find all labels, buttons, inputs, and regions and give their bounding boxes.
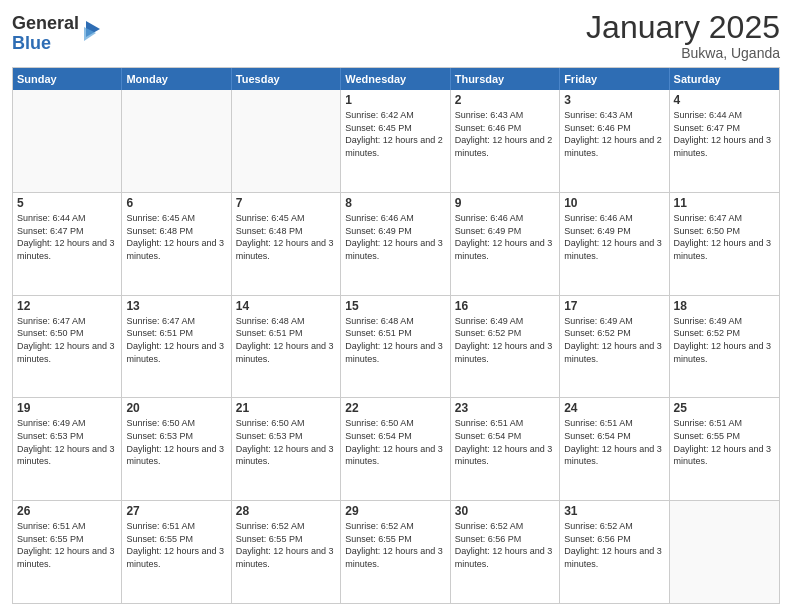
calendar-cell: 12Sunrise: 6:47 AM Sunset: 6:50 PM Dayli…: [13, 296, 122, 398]
header-wednesday: Wednesday: [341, 68, 450, 90]
calendar-cell: 4Sunrise: 6:44 AM Sunset: 6:47 PM Daylig…: [670, 90, 779, 192]
day-number: 13: [126, 299, 226, 313]
calendar-cell: 15Sunrise: 6:48 AM Sunset: 6:51 PM Dayli…: [341, 296, 450, 398]
calendar-cell: 11Sunrise: 6:47 AM Sunset: 6:50 PM Dayli…: [670, 193, 779, 295]
day-number: 9: [455, 196, 555, 210]
logo-general: General: [12, 14, 79, 34]
logo-icon: [82, 19, 102, 45]
calendar-cell: [670, 501, 779, 603]
calendar-cell: 21Sunrise: 6:50 AM Sunset: 6:53 PM Dayli…: [232, 398, 341, 500]
cell-details: Sunrise: 6:44 AM Sunset: 6:47 PM Dayligh…: [17, 212, 117, 262]
header-friday: Friday: [560, 68, 669, 90]
calendar-cell: 14Sunrise: 6:48 AM Sunset: 6:51 PM Dayli…: [232, 296, 341, 398]
title-block: January 2025 Bukwa, Uganda: [586, 10, 780, 61]
calendar-cell: 5Sunrise: 6:44 AM Sunset: 6:47 PM Daylig…: [13, 193, 122, 295]
day-number: 15: [345, 299, 445, 313]
day-number: 26: [17, 504, 117, 518]
cell-details: Sunrise: 6:49 AM Sunset: 6:52 PM Dayligh…: [564, 315, 664, 365]
calendar-body: 1Sunrise: 6:42 AM Sunset: 6:45 PM Daylig…: [13, 90, 779, 603]
day-number: 1: [345, 93, 445, 107]
day-number: 23: [455, 401, 555, 415]
day-number: 20: [126, 401, 226, 415]
calendar-cell: [13, 90, 122, 192]
logo-text: General Blue: [12, 14, 79, 54]
calendar-cell: 8Sunrise: 6:46 AM Sunset: 6:49 PM Daylig…: [341, 193, 450, 295]
calendar-cell: 18Sunrise: 6:49 AM Sunset: 6:52 PM Dayli…: [670, 296, 779, 398]
calendar-cell: 31Sunrise: 6:52 AM Sunset: 6:56 PM Dayli…: [560, 501, 669, 603]
calendar-cell: 7Sunrise: 6:45 AM Sunset: 6:48 PM Daylig…: [232, 193, 341, 295]
header-sunday: Sunday: [13, 68, 122, 90]
cell-details: Sunrise: 6:51 AM Sunset: 6:55 PM Dayligh…: [126, 520, 226, 570]
cell-details: Sunrise: 6:50 AM Sunset: 6:54 PM Dayligh…: [345, 417, 445, 467]
day-number: 17: [564, 299, 664, 313]
calendar-cell: [232, 90, 341, 192]
cell-details: Sunrise: 6:51 AM Sunset: 6:55 PM Dayligh…: [674, 417, 775, 467]
day-number: 5: [17, 196, 117, 210]
calendar-cell: 9Sunrise: 6:46 AM Sunset: 6:49 PM Daylig…: [451, 193, 560, 295]
calendar-cell: 2Sunrise: 6:43 AM Sunset: 6:46 PM Daylig…: [451, 90, 560, 192]
day-number: 22: [345, 401, 445, 415]
day-number: 19: [17, 401, 117, 415]
cell-details: Sunrise: 6:51 AM Sunset: 6:54 PM Dayligh…: [564, 417, 664, 467]
day-number: 29: [345, 504, 445, 518]
cell-details: Sunrise: 6:46 AM Sunset: 6:49 PM Dayligh…: [455, 212, 555, 262]
day-number: 18: [674, 299, 775, 313]
calendar-cell: 13Sunrise: 6:47 AM Sunset: 6:51 PM Dayli…: [122, 296, 231, 398]
calendar-row-1: 5Sunrise: 6:44 AM Sunset: 6:47 PM Daylig…: [13, 193, 779, 296]
page-header: General Blue January 2025 Bukwa, Uganda: [12, 10, 780, 61]
day-number: 2: [455, 93, 555, 107]
day-number: 28: [236, 504, 336, 518]
calendar-cell: 19Sunrise: 6:49 AM Sunset: 6:53 PM Dayli…: [13, 398, 122, 500]
day-number: 10: [564, 196, 664, 210]
cell-details: Sunrise: 6:47 AM Sunset: 6:51 PM Dayligh…: [126, 315, 226, 365]
calendar-header: Sunday Monday Tuesday Wednesday Thursday…: [13, 68, 779, 90]
page-container: General Blue January 2025 Bukwa, Uganda …: [0, 0, 792, 612]
day-number: 14: [236, 299, 336, 313]
header-saturday: Saturday: [670, 68, 779, 90]
cell-details: Sunrise: 6:47 AM Sunset: 6:50 PM Dayligh…: [674, 212, 775, 262]
cell-details: Sunrise: 6:52 AM Sunset: 6:56 PM Dayligh…: [564, 520, 664, 570]
cell-details: Sunrise: 6:51 AM Sunset: 6:55 PM Dayligh…: [17, 520, 117, 570]
calendar-row-0: 1Sunrise: 6:42 AM Sunset: 6:45 PM Daylig…: [13, 90, 779, 193]
calendar-cell: 1Sunrise: 6:42 AM Sunset: 6:45 PM Daylig…: [341, 90, 450, 192]
calendar-cell: 27Sunrise: 6:51 AM Sunset: 6:55 PM Dayli…: [122, 501, 231, 603]
header-monday: Monday: [122, 68, 231, 90]
cell-details: Sunrise: 6:48 AM Sunset: 6:51 PM Dayligh…: [345, 315, 445, 365]
day-number: 11: [674, 196, 775, 210]
cell-details: Sunrise: 6:46 AM Sunset: 6:49 PM Dayligh…: [564, 212, 664, 262]
month-title: January 2025: [586, 10, 780, 45]
cell-details: Sunrise: 6:42 AM Sunset: 6:45 PM Dayligh…: [345, 109, 445, 159]
cell-details: Sunrise: 6:49 AM Sunset: 6:52 PM Dayligh…: [674, 315, 775, 365]
cell-details: Sunrise: 6:52 AM Sunset: 6:55 PM Dayligh…: [236, 520, 336, 570]
cell-details: Sunrise: 6:46 AM Sunset: 6:49 PM Dayligh…: [345, 212, 445, 262]
logo: General Blue: [12, 14, 102, 54]
calendar-row-3: 19Sunrise: 6:49 AM Sunset: 6:53 PM Dayli…: [13, 398, 779, 501]
day-number: 3: [564, 93, 664, 107]
cell-details: Sunrise: 6:48 AM Sunset: 6:51 PM Dayligh…: [236, 315, 336, 365]
header-tuesday: Tuesday: [232, 68, 341, 90]
cell-details: Sunrise: 6:49 AM Sunset: 6:52 PM Dayligh…: [455, 315, 555, 365]
cell-details: Sunrise: 6:50 AM Sunset: 6:53 PM Dayligh…: [236, 417, 336, 467]
cell-details: Sunrise: 6:50 AM Sunset: 6:53 PM Dayligh…: [126, 417, 226, 467]
cell-details: Sunrise: 6:45 AM Sunset: 6:48 PM Dayligh…: [126, 212, 226, 262]
calendar-cell: 10Sunrise: 6:46 AM Sunset: 6:49 PM Dayli…: [560, 193, 669, 295]
location: Bukwa, Uganda: [586, 45, 780, 61]
calendar-cell: 24Sunrise: 6:51 AM Sunset: 6:54 PM Dayli…: [560, 398, 669, 500]
cell-details: Sunrise: 6:47 AM Sunset: 6:50 PM Dayligh…: [17, 315, 117, 365]
calendar-row-4: 26Sunrise: 6:51 AM Sunset: 6:55 PM Dayli…: [13, 501, 779, 603]
calendar-cell: 23Sunrise: 6:51 AM Sunset: 6:54 PM Dayli…: [451, 398, 560, 500]
cell-details: Sunrise: 6:52 AM Sunset: 6:55 PM Dayligh…: [345, 520, 445, 570]
day-number: 24: [564, 401, 664, 415]
cell-details: Sunrise: 6:49 AM Sunset: 6:53 PM Dayligh…: [17, 417, 117, 467]
day-number: 8: [345, 196, 445, 210]
calendar-cell: 28Sunrise: 6:52 AM Sunset: 6:55 PM Dayli…: [232, 501, 341, 603]
day-number: 21: [236, 401, 336, 415]
calendar-cell: 30Sunrise: 6:52 AM Sunset: 6:56 PM Dayli…: [451, 501, 560, 603]
day-number: 25: [674, 401, 775, 415]
calendar-row-2: 12Sunrise: 6:47 AM Sunset: 6:50 PM Dayli…: [13, 296, 779, 399]
day-number: 7: [236, 196, 336, 210]
day-number: 16: [455, 299, 555, 313]
logo-blue: Blue: [12, 34, 79, 54]
calendar-cell: 25Sunrise: 6:51 AM Sunset: 6:55 PM Dayli…: [670, 398, 779, 500]
calendar-cell: 26Sunrise: 6:51 AM Sunset: 6:55 PM Dayli…: [13, 501, 122, 603]
